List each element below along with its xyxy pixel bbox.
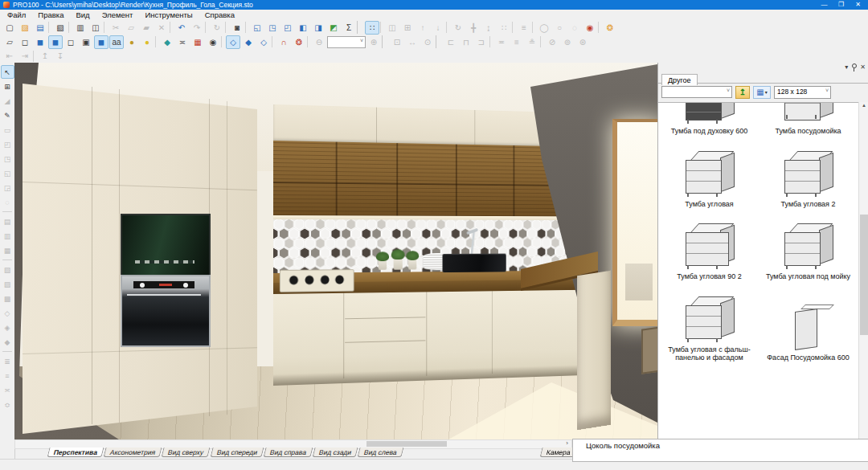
- align-icon[interactable]: ≡: [517, 21, 531, 35]
- shelf2-icon[interactable]: ▨: [1, 277, 14, 291]
- cabinet1-icon[interactable]: ◰: [1, 137, 14, 151]
- textures-icon[interactable]: ◆: [160, 35, 174, 49]
- diamond3-icon[interactable]: ◆: [1, 335, 14, 349]
- sum-icon[interactable]: Σ: [342, 21, 356, 35]
- visibility-icon[interactable]: ◉: [206, 35, 220, 49]
- flip-icon[interactable]: ↨: [481, 21, 496, 35]
- magnet-icon[interactable]: ∩: [276, 35, 291, 49]
- cutting-icon[interactable]: ◨: [311, 21, 326, 35]
- catalog-item-corner-base-90-2[interactable]: Тумба угловая 90 2: [660, 219, 759, 281]
- price-list-icon[interactable]: ◧: [296, 21, 310, 35]
- thumbnail-size-combobox[interactable]: 128 x 128: [774, 86, 831, 99]
- panel1-icon[interactable]: ▤: [1, 215, 14, 228]
- move-tool-icon[interactable]: ⊞: [1, 80, 14, 93]
- paste-icon[interactable]: ▰: [139, 21, 154, 35]
- move-icon[interactable]: ╋: [466, 21, 481, 35]
- select-tool-icon[interactable]: ↖: [1, 65, 14, 79]
- rotate180-icon[interactable]: ⊚: [560, 35, 575, 49]
- pan-icon[interactable]: ↔: [405, 35, 420, 49]
- tab-back-view[interactable]: Вид сзади: [313, 448, 358, 457]
- raise-icon[interactable]: ↑: [416, 21, 430, 35]
- autosnap-icon[interactable]: ❂: [292, 35, 306, 49]
- rotate270-icon[interactable]: ⊛: [575, 35, 590, 49]
- catalog-scrollbar-thumb[interactable]: [860, 215, 868, 335]
- white-model-icon[interactable]: ◻: [63, 35, 78, 49]
- diamond1-icon[interactable]: ◇: [1, 306, 14, 320]
- materials-icon[interactable]: ◩: [326, 21, 341, 35]
- report-window-icon[interactable]: ◱: [250, 21, 264, 35]
- library-path-combobox[interactable]: [661, 86, 732, 98]
- material-sphere-icon[interactable]: ●: [125, 35, 139, 49]
- catalog-item-corner-false-panel[interactable]: Тумба угловая с фальш-панелью и фасадом: [660, 292, 759, 362]
- tab-right-view[interactable]: Вид справа: [263, 448, 313, 457]
- catalog-item-oven-base-600[interactable]: Тумба под духовку 600: [660, 102, 759, 136]
- catalog-item-dishwasher-facade-600[interactable]: Фасад Посудомойка 600: [759, 292, 858, 362]
- panel2-icon[interactable]: ▥: [1, 229, 14, 243]
- dim-horizontal-icon[interactable]: ⇤: [2, 49, 17, 63]
- panel-close-icon[interactable]: ✕: [860, 63, 866, 71]
- report-window2-icon[interactable]: ◳: [265, 21, 280, 35]
- zoom-out-icon[interactable]: ⊖: [312, 35, 326, 49]
- shelf3-icon[interactable]: ▩: [1, 292, 14, 305]
- eyedropper-icon[interactable]: ◢: [1, 94, 14, 108]
- tab-top-view[interactable]: Вид сверху: [162, 448, 211, 457]
- distribute3-icon[interactable]: ⊐: [474, 35, 489, 49]
- align-top-icon[interactable]: ≖: [494, 35, 509, 49]
- wireframe-icon[interactable]: ▱: [2, 35, 17, 49]
- menu-file[interactable]: Файл: [7, 10, 26, 19]
- rotate90-icon[interactable]: ⊘: [545, 35, 559, 49]
- tab-axonometry[interactable]: Аксонометрия: [104, 448, 162, 457]
- snap-edit-icon[interactable]: ◇: [256, 35, 271, 49]
- rotate-icon[interactable]: ↻: [451, 21, 465, 35]
- save-icon[interactable]: ▤: [33, 21, 47, 35]
- eye-closed-icon[interactable]: ◌: [567, 21, 582, 35]
- catalog-item-corner-sink-base[interactable]: Тумба угловая под мойку: [759, 219, 858, 281]
- zoom-combo[interactable]: [327, 36, 366, 48]
- redo-icon[interactable]: ↷: [190, 21, 204, 35]
- tab-left-view[interactable]: Вид слева: [358, 448, 404, 457]
- catalog-item-corner-base[interactable]: Тумба угловая: [660, 147, 759, 209]
- h-scrollbar-right-arrow[interactable]: ›: [566, 439, 568, 447]
- panel-pin-icon[interactable]: [851, 63, 857, 72]
- list3-icon[interactable]: ≍: [1, 383, 14, 397]
- grid-icon[interactable]: ▦: [190, 35, 205, 49]
- export-icon[interactable]: ▧: [53, 21, 68, 35]
- pen-tool-icon[interactable]: ✎: [1, 108, 14, 122]
- menu-view[interactable]: Вид: [76, 10, 89, 19]
- selected-item-box[interactable]: Цоколь посудомойка: [572, 439, 868, 462]
- render-eye-icon[interactable]: ◉: [583, 21, 597, 35]
- diamond2-icon[interactable]: ◈: [1, 321, 14, 334]
- antialias-icon[interactable]: aa: [109, 35, 124, 49]
- dim-vertical2-icon[interactable]: ↧: [53, 49, 68, 63]
- restore-button[interactable]: ❐: [834, 0, 848, 10]
- solid-icon[interactable]: ◼: [33, 35, 47, 49]
- tab-front-view[interactable]: Вид спереди: [210, 448, 264, 457]
- library-tab-other[interactable]: Другое: [661, 74, 698, 85]
- shape-icon[interactable]: ◯: [537, 21, 551, 35]
- open-icon[interactable]: ▨: [18, 21, 32, 35]
- kitchen-3d-viewport[interactable]: [14, 63, 657, 439]
- dim-vertical-icon[interactable]: ↥: [38, 49, 52, 63]
- new-icon[interactable]: ▢: [2, 21, 17, 35]
- tab-perspective[interactable]: Перспектива: [47, 448, 104, 457]
- scale-icon[interactable]: ∷: [497, 21, 511, 35]
- print-icon[interactable]: ▥: [73, 21, 88, 35]
- lower-icon[interactable]: ↓: [431, 21, 445, 35]
- dimensions-icon[interactable]: ≍: [175, 35, 190, 49]
- delete-icon[interactable]: ✕: [154, 21, 169, 35]
- light-icon[interactable]: ●: [140, 35, 154, 49]
- presentation-icon[interactable]: ◙: [230, 21, 244, 35]
- distribute1-icon[interactable]: ⊏: [444, 35, 458, 49]
- list4-icon[interactable]: ≎: [1, 398, 14, 411]
- menu-edit[interactable]: Правка: [38, 10, 63, 19]
- h-scrollbar-thumb[interactable]: [366, 441, 447, 447]
- snap-diamond2-icon[interactable]: ◆: [241, 35, 256, 49]
- catalog-scrollbar[interactable]: ▲ ▼: [858, 102, 868, 459]
- shelf1-icon[interactable]: ▧: [1, 263, 14, 276]
- list2-icon[interactable]: ≡: [1, 369, 14, 382]
- print-preview-icon[interactable]: ◫: [88, 21, 103, 35]
- folder-up-icon[interactable]: ↥: [735, 86, 750, 99]
- center-icon[interactable]: ⊙: [420, 35, 435, 49]
- zoom-in-icon[interactable]: ⊕: [366, 35, 381, 49]
- catalog-item-corner-base-2[interactable]: Тумба угловая 2: [759, 147, 858, 209]
